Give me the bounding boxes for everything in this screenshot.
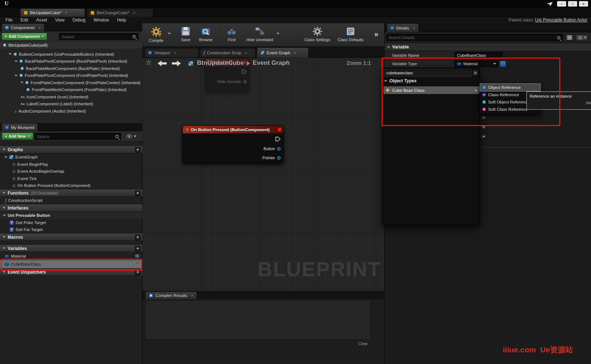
menu-asset[interactable]: Asset	[36, 17, 47, 23]
add-variable-button[interactable]: +	[135, 246, 140, 251]
event-item[interactable]: ◇ Event ActorBeginOverlap	[0, 168, 142, 175]
exec-out-pin[interactable]	[275, 137, 281, 141]
expander-icon[interactable]	[20, 82, 23, 83]
tab-close-icon[interactable]: ×	[413, 26, 415, 30]
interface-function-item[interactable]: f Get Poke Target	[0, 219, 142, 226]
component-tree-item[interactable]: ♪ AudioComponent (Audio) (Inherited)	[0, 107, 142, 115]
nav-forward-arrow[interactable]	[171, 60, 182, 67]
tab-viewport[interactable]: Viewport ×	[144, 48, 198, 57]
variable-type-dropdown[interactable]: Material	[455, 60, 498, 67]
event-item[interactable]: ◇ Event BeginPlay	[0, 161, 142, 168]
component-tree-item[interactable]: BackPlateMeshComponent (BackPlate) (Inhe…	[0, 65, 142, 72]
graphs-header[interactable]: Graphs +	[0, 146, 142, 153]
collapsed-combo-arrow[interactable]	[480, 134, 487, 140]
breadcrumb-root[interactable]: BtnUpdateCube	[197, 59, 244, 67]
add-new-button[interactable]: + Add New	[2, 133, 33, 140]
tab-my-blueprint[interactable]: My Blueprint	[1, 123, 38, 131]
my-blueprint-search-input[interactable]	[34, 133, 121, 140]
details-view-options-button[interactable]	[565, 34, 573, 41]
toolbar-overflow-chevron[interactable]: »	[374, 30, 378, 38]
component-tree-item[interactable]: FrontPlatePivotComponent (FrontPlatePivo…	[0, 72, 142, 79]
hide-unrelated-chevron[interactable]	[277, 33, 279, 34]
clear-search-button[interactable]: ×	[472, 70, 478, 76]
event-item[interactable]: ◇ Event Tick	[0, 175, 142, 182]
interfaces-header[interactable]: Interfaces	[0, 204, 142, 212]
component-tree-item[interactable]: BackPlatePivotComponent (BackPlatePivot)…	[0, 58, 142, 65]
tab-components[interactable]: Components ×	[1, 23, 45, 31]
variables-header[interactable]: Variables +	[0, 244, 142, 252]
hide-unrelated-button[interactable]: Hide Unrelated	[243, 26, 277, 42]
component-tree-item[interactable]: FrontPlateMeshComponent (FrontPlate) (In…	[0, 86, 142, 94]
menu-help[interactable]: Help	[117, 17, 126, 23]
menu-file[interactable]: File	[5, 17, 12, 23]
visibility-filter-button[interactable]	[124, 133, 139, 140]
variable-visibility-icon[interactable]	[134, 254, 140, 258]
compile-options-chevron[interactable]	[168, 33, 171, 34]
macros-header[interactable]: Macros +	[0, 233, 142, 241]
construction-script-item[interactable]: f ConstructionScript	[0, 197, 142, 204]
menu-debug[interactable]: Debug	[73, 17, 85, 23]
menu-window[interactable]: Window	[93, 17, 109, 23]
variable-item-material[interactable]: Material	[0, 252, 142, 260]
tab-close-icon[interactable]: ×	[294, 51, 296, 55]
add-component-button[interactable]: + Add Component	[2, 33, 47, 40]
collapsed-combo-arrow[interactable]	[480, 115, 487, 121]
close-button[interactable]: ×	[579, 1, 588, 7]
nav-back-arrow[interactable]	[157, 60, 167, 67]
component-tree-item[interactable]: ButtonComponent (UxtPressableButton) (In…	[0, 51, 142, 58]
component-tree-item[interactable]: FrontPlateCenterComponent (FrontPlateCen…	[0, 79, 142, 86]
object-types-category[interactable]: Object Types	[384, 78, 417, 83]
tab-close-icon[interactable]: ×	[174, 51, 176, 55]
compile-button[interactable]: ? Compile	[145, 26, 167, 43]
event-graph-item[interactable]: EventGraph	[0, 153, 142, 161]
parent-class-link[interactable]: Uxt Pressable Button Actor	[535, 17, 587, 23]
interface-function-item[interactable]: f Get Far Target	[0, 226, 142, 234]
maximize-button[interactable]: □	[568, 1, 577, 7]
on-button-pressed-node[interactable]: ◇ On Button Pressed (ButtonComponent) Bu…	[182, 125, 284, 163]
tab-close-icon[interactable]: ×	[65, 11, 67, 15]
component-root-item[interactable]: BtnUpdateCube(self)	[0, 42, 142, 49]
tab-close-icon[interactable]: ×	[245, 51, 247, 55]
components-search-input[interactable]	[59, 33, 139, 40]
button-out-pin[interactable]: Button	[263, 146, 281, 151]
pointer-out-pin[interactable]: Pointer	[262, 156, 281, 160]
event-graph-canvas[interactable]: ◇ Event Tick Delta Seconds ☆ BtnUpdateCu…	[142, 58, 384, 291]
asset-tab-btnchangecube[interactable]: BtnChangeCube* ×	[87, 8, 153, 17]
expander-icon[interactable]	[4, 156, 7, 158]
functions-header[interactable]: Functions (20 Overridable) +	[0, 189, 142, 197]
class-settings-button[interactable]: Class Settings	[303, 26, 332, 42]
tab-event-graph[interactable]: Event Graph ×	[257, 47, 309, 58]
variable-item-cubebaseclass[interactable]: CubeBaseClass ~	[0, 260, 142, 268]
class-defaults-button[interactable]: Class Defaults	[336, 26, 366, 42]
expander-icon[interactable]	[15, 75, 18, 77]
details-search-input[interactable]	[386, 34, 563, 41]
menu-view[interactable]: View	[55, 17, 65, 23]
details-visibility-button[interactable]	[576, 34, 588, 41]
clear-log-button[interactable]: Clear	[358, 341, 368, 346]
browse-button[interactable]: Browse	[196, 26, 215, 42]
tab-close-icon[interactable]: ×	[133, 11, 135, 15]
expander-icon[interactable]	[15, 60, 18, 62]
collapsed-combo-arrow[interactable]	[480, 124, 487, 130]
delta-seconds-pin[interactable]: Delta Seconds	[217, 80, 247, 84]
breadcrumb-current[interactable]: Event Graph	[253, 59, 290, 67]
add-macro-button[interactable]: +	[135, 235, 140, 240]
tab-close-icon[interactable]: ×	[38, 26, 40, 30]
asset-tab-btnupdatecube[interactable]: BtnUpdateCube* ×	[20, 8, 85, 17]
add-function-button[interactable]: +	[135, 191, 140, 196]
add-event-dispatcher-button[interactable]: +	[135, 270, 140, 275]
type-picker-search-input[interactable]	[384, 69, 472, 77]
container-type-button[interactable]	[500, 61, 506, 67]
tab-details[interactable]: Details ×	[387, 23, 419, 32]
find-button[interactable]: Find	[223, 26, 240, 42]
save-button[interactable]: Save	[177, 26, 194, 42]
minimize-button[interactable]: ─	[557, 1, 566, 7]
interface-group-item[interactable]: Uxt Pressable Button	[0, 212, 142, 219]
menu-edit[interactable]: Edit	[20, 17, 28, 23]
variable-section-header[interactable]: Variable	[385, 43, 591, 51]
component-tree-item[interactable]: Aa IconComponent (Icon) (Inherited)	[0, 93, 142, 101]
event-dispatchers-header[interactable]: Event Dispatchers +	[0, 268, 142, 276]
variable-name-input[interactable]	[455, 52, 503, 59]
type-picker-item-cubebaseclass[interactable]: Cube Base Class	[383, 86, 479, 94]
component-tree-item[interactable]: Aa LabelComponent (Label) (Inherited)	[0, 101, 142, 108]
